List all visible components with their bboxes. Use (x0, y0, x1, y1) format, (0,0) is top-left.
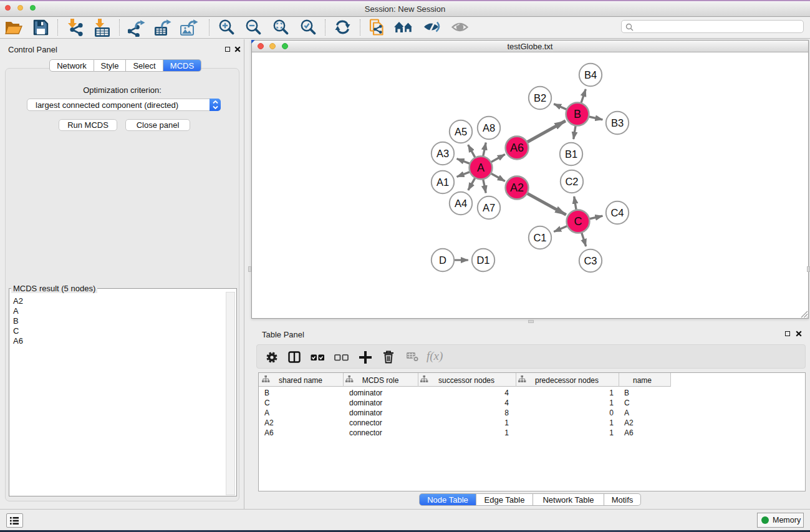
svg-text:A1: A1 (436, 177, 449, 188)
svg-text:C: C (574, 215, 582, 228)
svg-text:C4: C4 (610, 207, 624, 218)
svg-text:C3: C3 (584, 255, 597, 266)
svg-text:A: A (477, 162, 485, 174)
svg-text:A2: A2 (510, 181, 524, 194)
svg-text:C1: C1 (533, 232, 546, 243)
svg-text:B1: B1 (565, 148, 577, 160)
svg-text:A3: A3 (436, 148, 449, 159)
svg-text:D1: D1 (476, 254, 489, 266)
svg-text:B2: B2 (534, 92, 546, 104)
svg-text:A7: A7 (483, 202, 495, 213)
svg-text:A5: A5 (455, 126, 467, 137)
svg-text:B: B (574, 108, 581, 120)
svg-text:A8: A8 (483, 122, 495, 133)
svg-text:D: D (439, 254, 446, 266)
svg-text:C2: C2 (565, 176, 578, 187)
svg-text:A4: A4 (455, 198, 467, 209)
svg-text:A6: A6 (510, 142, 524, 154)
svg-text:B4: B4 (584, 69, 597, 80)
svg-text:B3: B3 (611, 117, 624, 128)
